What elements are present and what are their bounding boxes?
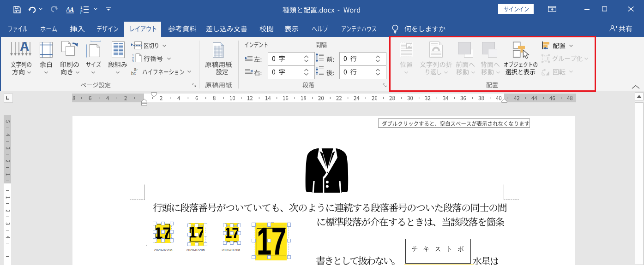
svg-text:A: A (69, 6, 74, 13)
svg-text:A: A (20, 41, 29, 53)
svg-text:i: i (80, 11, 81, 14)
svg-text:bc: bc (131, 71, 136, 76)
svg-text:1: 1 (132, 53, 134, 57)
svg-text:2: 2 (132, 57, 134, 60)
svg-text:3: 3 (132, 60, 134, 62)
